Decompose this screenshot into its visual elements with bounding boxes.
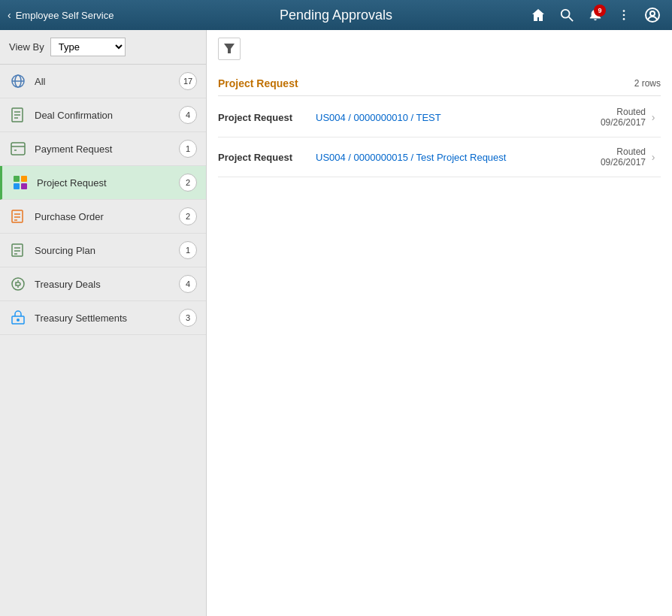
sidebar-item-deal-confirmation-label: Deal Confirmation <box>35 110 179 121</box>
table-row[interactable]: Project Request US004 / 0000000015 / Tes… <box>218 137 661 177</box>
sidebar-item-treasury-settlements[interactable]: Treasury Settlements 3 <box>0 301 206 335</box>
back-arrow-icon: ‹ <box>8 9 11 21</box>
svg-rect-14 <box>11 143 25 155</box>
search-icon <box>560 8 574 22</box>
filter-icon <box>224 44 235 54</box>
globe-icon <box>9 72 27 90</box>
main-content: Project Request 2 rows Project Request U… <box>207 30 672 616</box>
svg-point-0 <box>562 10 570 18</box>
sidebar-item-treasury-deals-count: 4 <box>179 275 197 293</box>
page-title: Pending Approvals <box>280 8 392 23</box>
sidebar-item-treasury-settlements-count: 3 <box>179 309 197 327</box>
viewby-row: View By TypeDatePriority <box>0 30 206 65</box>
sidebar-item-payment-request-label: Payment Request <box>35 143 179 155</box>
search-button[interactable] <box>555 3 579 27</box>
svg-rect-19 <box>14 183 20 189</box>
deal-confirmation-icon <box>9 106 27 124</box>
row-0-status: Routed 09/26/2017 <box>571 107 646 128</box>
sidebar-item-purchase-order[interactable]: Purchase Order 2 <box>0 200 206 234</box>
header: ‹ Employee Self Service Pending Approval… <box>0 0 672 30</box>
sidebar-item-sourcing-plan-label: Sourcing Plan <box>35 245 179 256</box>
sidebar-item-sourcing-plan[interactable]: Sourcing Plan 1 <box>0 234 206 267</box>
filter-bar <box>218 38 661 60</box>
row-1-chevron: › <box>646 151 661 163</box>
sidebar-item-purchase-order-count: 2 <box>179 207 197 225</box>
table-row[interactable]: Project Request US004 / 0000000010 / TES… <box>218 98 661 137</box>
sourcing-plan-icon <box>9 241 27 259</box>
sidebar-item-sourcing-plan-count: 1 <box>179 241 197 259</box>
svg-rect-18 <box>21 176 27 182</box>
svg-marker-34 <box>224 44 235 53</box>
row-1-label: Project Request <box>218 152 316 163</box>
treasury-deals-icon <box>9 275 27 293</box>
project-request-icon <box>11 174 29 192</box>
sidebar-item-deal-confirmation-count: 4 <box>179 106 197 124</box>
section-header: Project Request 2 rows <box>218 71 661 96</box>
home-button[interactable] <box>526 3 550 27</box>
row-1-link[interactable]: US004 / 0000000015 / Test Project Reques… <box>316 152 571 163</box>
svg-point-6 <box>650 11 655 16</box>
sidebar-item-all[interactable]: All 17 <box>0 65 206 98</box>
row-1-status: Routed 09/26/2017 <box>571 146 646 168</box>
treasury-settlements-icon <box>9 309 27 327</box>
svg-point-29 <box>12 278 24 290</box>
svg-rect-20 <box>21 183 27 189</box>
sidebar-item-project-request-count: 2 <box>179 174 197 192</box>
sidebar-item-project-request[interactable]: Project Request 2 <box>0 166 206 200</box>
back-button[interactable]: ‹ Employee Self Service <box>8 9 143 21</box>
sidebar-item-all-count: 17 <box>179 72 197 90</box>
profile-button[interactable] <box>640 3 664 27</box>
section-rows: 2 rows <box>634 78 661 89</box>
svg-point-4 <box>623 18 625 20</box>
sidebar-item-payment-request-count: 1 <box>179 140 197 158</box>
sidebar-item-project-request-label: Project Request <box>37 177 179 189</box>
purchase-order-icon <box>9 207 27 225</box>
back-label: Employee Self Service <box>16 10 114 21</box>
layout: View By TypeDatePriority All 17 <box>0 30 672 616</box>
notifications-button[interactable]: 9 <box>583 3 607 27</box>
header-icons: 9 <box>526 3 664 27</box>
svg-point-2 <box>623 10 625 12</box>
notification-badge: 9 <box>594 5 606 17</box>
home-icon <box>531 8 546 23</box>
row-0-label: Project Request <box>218 112 316 123</box>
row-0-link[interactable]: US004 / 0000000010 / TEST <box>316 112 571 123</box>
sidebar-item-purchase-order-label: Purchase Order <box>35 211 179 222</box>
more-button[interactable] <box>612 3 636 27</box>
svg-rect-17 <box>14 176 20 182</box>
payment-request-icon <box>9 140 27 158</box>
sidebar-item-treasury-deals[interactable]: Treasury Deals 4 <box>0 267 206 301</box>
sidebar-item-treasury-settlements-label: Treasury Settlements <box>35 313 179 324</box>
sidebar-item-treasury-deals-label: Treasury Deals <box>35 279 179 290</box>
viewby-label: View By <box>9 41 44 53</box>
filter-button[interactable] <box>218 38 241 60</box>
sidebar-item-all-label: All <box>35 76 179 87</box>
sidebar: View By TypeDatePriority All 17 <box>0 30 207 616</box>
svg-line-1 <box>569 17 573 21</box>
section-title: Project Request <box>218 77 298 89</box>
profile-icon <box>645 8 660 23</box>
sidebar-item-payment-request[interactable]: Payment Request 1 <box>0 132 206 166</box>
svg-point-3 <box>623 14 625 17</box>
more-icon <box>617 8 631 22</box>
row-0-chevron: › <box>646 111 661 123</box>
viewby-select[interactable]: TypeDatePriority <box>50 38 126 56</box>
sidebar-item-deal-confirmation[interactable]: Deal Confirmation 4 <box>0 98 206 132</box>
svg-point-33 <box>17 319 20 322</box>
